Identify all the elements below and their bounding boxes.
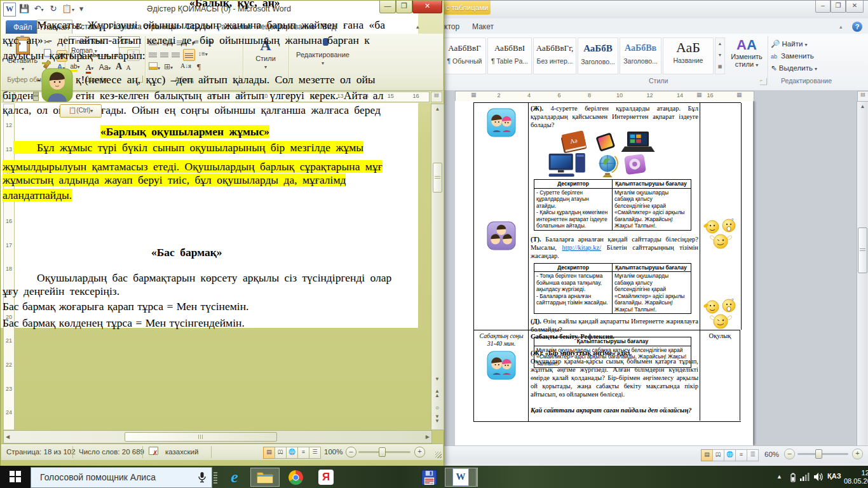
table-cell-stage2[interactable]: Сабақтың соңы31-40 мин. xyxy=(473,330,529,421)
select-button[interactable]: ⇖ Выделить ▾ xyxy=(771,63,817,73)
file-explorer-icon[interactable] xyxy=(250,468,280,487)
collapse-ribbon-icon[interactable]: ▴ xyxy=(414,20,422,34)
style-item-obychnyi[interactable]: АаБбВвГ ¶ Обычный xyxy=(443,37,486,74)
resize-grip[interactable] xyxy=(435,452,442,458)
zoom-slider-thumb[interactable] xyxy=(815,449,822,459)
lesson-table[interactable]: (Ж). 4-суретте берілген құралдарды атаңд… xyxy=(473,102,741,422)
previous-page-icon[interactable]: ▲▲ xyxy=(431,389,443,398)
draft-view-icon[interactable]: ☰ xyxy=(747,449,759,461)
maximize-button[interactable]: ❒ xyxy=(396,1,412,13)
scroll-up-icon[interactable]: ▲ xyxy=(857,104,867,109)
sort-icon[interactable]: А↓я xyxy=(180,62,191,69)
tray-expand-icon[interactable]: ▲ xyxy=(776,473,782,488)
justify-icon[interactable] xyxy=(183,49,195,61)
outline-view-icon[interactable]: ≡ xyxy=(297,447,309,459)
scroll-left-icon[interactable]: ◀ xyxy=(6,434,10,440)
minimize-button[interactable]: — xyxy=(379,1,396,13)
pilcrow-icon[interactable]: ¶ xyxy=(197,62,201,72)
styles-dialog-launcher[interactable]: ⌐ xyxy=(760,78,767,85)
find-button[interactable]: 🔎 Найти ▾ xyxy=(771,39,808,49)
zoom-in-button[interactable]: + xyxy=(852,449,863,459)
select-browse-object-icon[interactable]: ○ xyxy=(431,404,443,411)
kitap-link[interactable]: http://kitap.kz/ xyxy=(562,244,602,251)
replace-button[interactable]: ab xyxy=(771,51,777,61)
scroll-up-icon[interactable]: ▲ xyxy=(431,106,444,112)
indent-marker[interactable] xyxy=(33,92,39,96)
scrollbar-thumb[interactable] xyxy=(858,227,867,273)
table-cell-resources2[interactable]: Оқулық xyxy=(700,330,740,421)
microphone-icon[interactable] xyxy=(198,471,207,483)
line-spacing-icon[interactable]: ↕≡▾ xyxy=(198,50,208,57)
tab-konstruktor[interactable]: ктор xyxy=(444,20,459,34)
grow-font-icon[interactable]: A xyxy=(114,62,123,72)
scroll-right-icon[interactable]: ▶ xyxy=(426,434,430,440)
web-view-icon[interactable]: 🌐 xyxy=(286,447,298,459)
font-color-icon[interactable]: А▾ xyxy=(84,63,95,72)
reading-view-icon[interactable]: 🕮 xyxy=(275,447,287,459)
floppy-app-icon[interactable]: 64 xyxy=(414,468,444,487)
save-icon[interactable]: 💾 xyxy=(18,3,30,15)
reading-view-icon[interactable]: 🕮 xyxy=(712,449,724,461)
table-cell-reflection[interactable]: Сабақты бекіту. Рефлексия. (Ж). «Бір мин… xyxy=(528,330,700,421)
back-title-bar[interactable]: с таблицами – ❐ ✕ xyxy=(439,1,868,18)
replace-label[interactable]: Заменить xyxy=(781,51,814,61)
front-vertical-scrollbar[interactable]: ▲ ▼ ▲▲ ○ ▼▼ xyxy=(431,104,444,430)
back-vertical-scrollbar[interactable]: ▲ xyxy=(857,101,867,445)
outline-view-icon[interactable]: ≡ xyxy=(735,449,747,461)
start-button[interactable] xyxy=(0,466,31,488)
shrink-font-icon[interactable]: A xyxy=(125,64,132,71)
zoom-slider-track[interactable] xyxy=(797,453,848,455)
language-indicator[interactable]: ҚАЗ xyxy=(827,472,841,488)
style-item-title[interactable]: АаБ Название xyxy=(663,37,714,74)
qat-customize-icon[interactable]: ▾ xyxy=(77,3,86,15)
internet-explorer-icon[interactable]: e xyxy=(220,468,249,487)
redo-icon[interactable]: ↻ xyxy=(48,3,59,15)
restore-button[interactable]: ❐ xyxy=(831,1,846,13)
tab-maket[interactable]: Макет xyxy=(472,20,494,34)
word-taskbar-icon[interactable]: W xyxy=(445,468,478,487)
print-layout-view-icon[interactable]: ▤ xyxy=(701,449,713,461)
clock[interactable]: 12:59 08.05.2020 xyxy=(844,469,868,488)
draft-view-icon[interactable]: ☰ xyxy=(309,447,321,459)
taskbar-search[interactable]: Голосовой помощник Алиса xyxy=(31,467,212,488)
borders-icon[interactable]: ⊞▾ xyxy=(164,62,173,71)
document-page[interactable]: (Ж). 4-суретте берілген құралдарды атаңд… xyxy=(455,101,753,445)
front-horizontal-scrollbar[interactable]: ◀ ▶ xyxy=(3,430,432,444)
web-view-icon[interactable]: 🌐 xyxy=(724,449,736,461)
shading-icon[interactable]: ▾ xyxy=(149,62,160,72)
scrollbar-thumb[interactable] xyxy=(125,432,277,442)
help-icon[interactable]: ? xyxy=(852,22,862,32)
word-window-back[interactable]: с таблицами – ❐ ✕ ктор Макет ▴ ? АаБбВвГ… xyxy=(438,0,868,467)
indent-marker[interactable] xyxy=(33,96,39,101)
paste-qat-icon[interactable]: 📋▾ xyxy=(60,3,76,15)
zoom-in-button[interactable]: + xyxy=(414,447,425,458)
style-item-table[interactable]: АаБбВвІ ¶ Table Pa... xyxy=(487,37,532,74)
word-window-front[interactable]: W 💾 ↶▾ ↻ 📋▾ ▾ Әдістер ҚОЙМАСЫ (0) - Micr… xyxy=(0,0,444,467)
style-item-no-spacing[interactable]: АаБбВвГг, Без интер... xyxy=(533,37,576,74)
back-document-area[interactable]: (Ж). 4-суретте берілген құралдарды атаңд… xyxy=(439,101,867,445)
align-right-icon[interactable] xyxy=(172,50,180,59)
change-case-icon[interactable]: Aa▾ xyxy=(98,63,112,72)
ruler-toggle-button[interactable]: ▤ xyxy=(857,91,868,102)
zoom-out-button[interactable]: – xyxy=(346,447,356,458)
scrollbar-thumb[interactable] xyxy=(433,163,442,193)
style-item-heading2[interactable]: АаБбВв Заголово... xyxy=(620,37,661,74)
paste-options-button[interactable]: 📋(Ctrl)▾ xyxy=(60,104,102,118)
next-page-icon[interactable]: ▼▼ xyxy=(431,414,443,423)
styles-gallery-scroll[interactable]: ▲▼▦ xyxy=(715,37,725,74)
print-layout-view-icon[interactable]: ▤ xyxy=(263,447,275,459)
close-button[interactable]: ✕ xyxy=(412,1,442,13)
page-indicator[interactable]: Страница: 18 из 102 xyxy=(6,448,76,456)
table-cell-activities[interactable]: (Ж). 4-суретте берілген құралдарды атаңд… xyxy=(528,103,700,330)
change-styles-button[interactable]: AA Изменить стили ▾ xyxy=(728,37,765,76)
chrome-icon[interactable] xyxy=(281,468,310,487)
align-left-icon[interactable] xyxy=(149,50,157,59)
network-signal-icon[interactable] xyxy=(799,473,810,482)
zoom-out-button[interactable]: – xyxy=(784,449,795,459)
zoom-slider-thumb[interactable] xyxy=(379,447,386,457)
battery-icon[interactable] xyxy=(789,472,797,482)
volume-icon[interactable] xyxy=(813,472,824,482)
undo-icon[interactable]: ↶▾ xyxy=(31,3,46,15)
close-button[interactable]: ✕ xyxy=(846,1,864,13)
pasted-boy-avatar[interactable] xyxy=(41,68,74,102)
